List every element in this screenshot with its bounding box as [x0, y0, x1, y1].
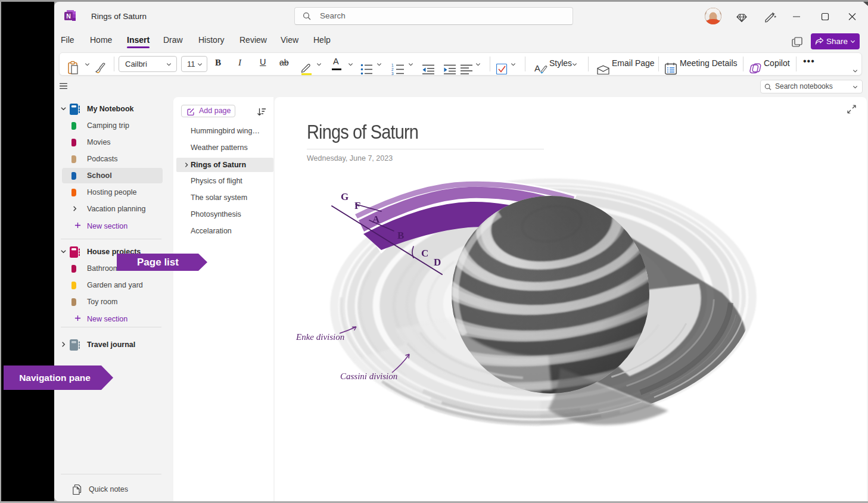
- svg-text:G: G: [341, 191, 349, 202]
- svg-text:C: C: [421, 248, 428, 259]
- svg-text:Navigation pane: Navigation pane: [19, 373, 91, 383]
- svg-text:A: A: [372, 214, 380, 225]
- svg-text:B: B: [397, 230, 404, 241]
- svg-text:F: F: [354, 200, 360, 211]
- svg-text:D: D: [434, 257, 441, 268]
- svg-text:Cassini division: Cassini division: [340, 371, 397, 381]
- svg-text:Enke division: Enke division: [295, 332, 344, 342]
- svg-text:Page list: Page list: [137, 257, 179, 268]
